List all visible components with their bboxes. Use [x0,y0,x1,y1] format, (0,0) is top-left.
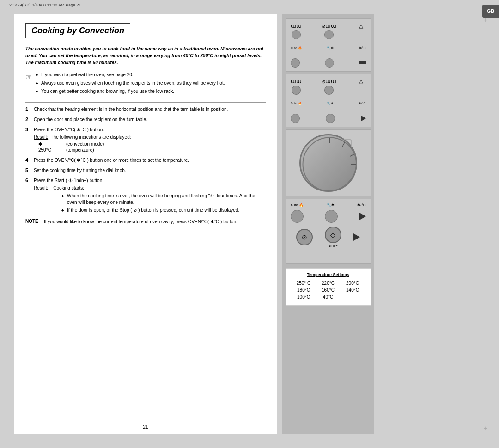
step-6-bullet: If the door is open, or the Stop ( ⊘ ) b… [61,207,266,214]
temp-val: 220°C [316,281,341,286]
auto-label-2: Auto 🔥 [291,102,302,105]
temp-val [341,295,365,300]
step-1: 1 Check that the heating element is in t… [25,106,266,113]
start-button[interactable]: ◇ [325,227,341,243]
stop-button[interactable]: ⊘ [296,229,313,245]
step-6: 6 Press the Start ( ① 1min+) button. Res… [25,178,266,215]
page-title: Cooking by Convection [25,23,130,38]
auto-label-1: Auto 🔥 [291,46,302,50]
gb-badge: GB [482,5,499,18]
step-3: 3 Press the OVEN/°C( ✱°C ) button. Resul… [25,127,266,153]
start-label: 1min+ [329,244,337,247]
start-button-area: ◇ 1min+ [325,227,341,247]
circle-btn-9[interactable] [291,210,304,223]
triangle-icon-2: △ [357,78,366,95]
note-row: NOTE If you would like to know the curre… [25,219,266,225]
oven-label-3: ✱/°C [359,46,366,50]
step-2: 2 Open the door and place the recipient … [25,117,266,123]
main-content: Cooking by Convection The convection mod… [14,14,277,434]
wave-icon-4: ⌀ɯɯ [322,78,336,95]
note-label: NOTE [25,219,44,224]
temp-row-3: 100°C 40°C [292,295,365,300]
result-label: Result: [34,135,48,140]
steps-section: 1 Check that the heating element is in t… [25,102,266,225]
arrow-icon-2 [361,116,366,121]
svg-line-2 [342,142,345,147]
circle-btn-5[interactable] [292,86,301,95]
circle-btn-4[interactable] [325,58,334,68]
temp-val: 180°C [292,288,316,293]
arrow-icon-1 [359,61,366,64]
oven-diagram-1: ɯɯ ⌀ɯɯ △ Auto 🔥 🔧✱ ✱/°C [286,18,371,72]
header-bar: 2CK99(GB) 3/10/00 11:30 AM Page 21 [0,0,499,10]
title-heading: Cooking by Convection [31,26,124,36]
wave-icon-1: ɯɯ [291,23,302,39]
circle-btn-3[interactable] [291,58,300,68]
oven-label-5: ✱/°C [359,102,366,105]
auto-label-3: Auto 🔥 [291,203,304,207]
stop-button-area: ⊘ [296,229,313,245]
circle-btn-6[interactable] [324,86,334,95]
bullet-list: If you wish to preheat the oven, see pag… [36,72,225,97]
step-6-bullet: When the cooking time is over, the oven … [61,193,266,206]
wave-icon-2: ⌀ɯɯ [322,23,336,39]
wave-icon-3: ɯɯ [291,78,302,95]
crosshair-br: + [484,424,487,432]
arrow-icon-3 [359,213,366,220]
oven-label-2: 🔧✱ [327,46,334,50]
oven-diagram-4: Auto 🔥 🔧✱ ✱/°C ⊘ [286,199,371,264]
page-number: 21 [140,424,150,430]
circle-btn-7[interactable] [291,114,300,123]
temp-val: 140°C [341,288,365,293]
step-6-bullets: When the cooking time is over, the oven … [61,193,266,214]
temp-table-title: Temperature Settings [292,272,365,277]
intro-text: The convection mode enables you to cook … [25,45,266,66]
temp-val: 100°C [292,295,316,300]
svg-line-3 [350,154,354,156]
triangle-icon-1: △ [357,23,366,39]
oven-label-7: ✱/°C [357,203,365,207]
oven-label-6: 🔧✱ [327,203,335,207]
header-text: 2CK99(GB) 3/10/00 11:30 AM Page 21 [9,3,81,7]
circle-btn-8[interactable] [326,114,335,123]
oven-diagram-2: ɯɯ ⌀ɯɯ △ Auto 🔥 🔧✱ ✱/°C [286,74,371,127]
circle-btn-2[interactable] [324,30,334,39]
circle-btn-10[interactable] [325,210,338,223]
temp-val: 40°C [316,295,341,300]
result-label-6: Result: [34,185,48,190]
dial-circle[interactable] [299,134,357,192]
temp-val: 250° C [292,281,316,286]
step-4: 4 Press the OVEN/°C( ✱°C ) button one or… [25,157,266,164]
svg-point-0 [303,138,356,191]
right-panel: ɯɯ ⌀ɯɯ △ Auto 🔥 🔧✱ ✱/°C [282,14,374,434]
oven-diagram-3 [286,129,371,196]
bullet-item: If you wish to preheat the oven, see pag… [36,72,225,78]
oven-label-4: 🔧✱ [327,102,334,105]
bullet-section: ☞ If you wish to preheat the oven, see p… [25,72,266,97]
temp-val: 160°C [316,288,341,293]
temp-row-1: 250° C 220°C 200°C [292,281,365,286]
arrow-icon-4 [353,233,360,241]
temp-val: 200°C [341,281,365,286]
bullet-item: Always use oven gloves when touching the… [36,80,225,86]
temp-row-2: 180°C 160°C 140°C [292,288,365,293]
step-5: 5 Set the cooking time by turning the di… [25,167,266,174]
page-container: + + + + 2CK99(GB) 3/10/00 11:30 AM Page … [0,0,499,448]
note-text: If you would like to know the current te… [44,219,237,225]
circle-btn-1[interactable] [292,30,301,39]
temp-table: Temperature Settings 250° C 220°C 200°C … [286,268,371,306]
info-icon: ☞ [25,73,32,97]
bullet-item: You can get better cooking and browning,… [36,88,225,95]
step-3-sub: ✱ (convection mode) 250°C (temperature) [38,141,131,153]
